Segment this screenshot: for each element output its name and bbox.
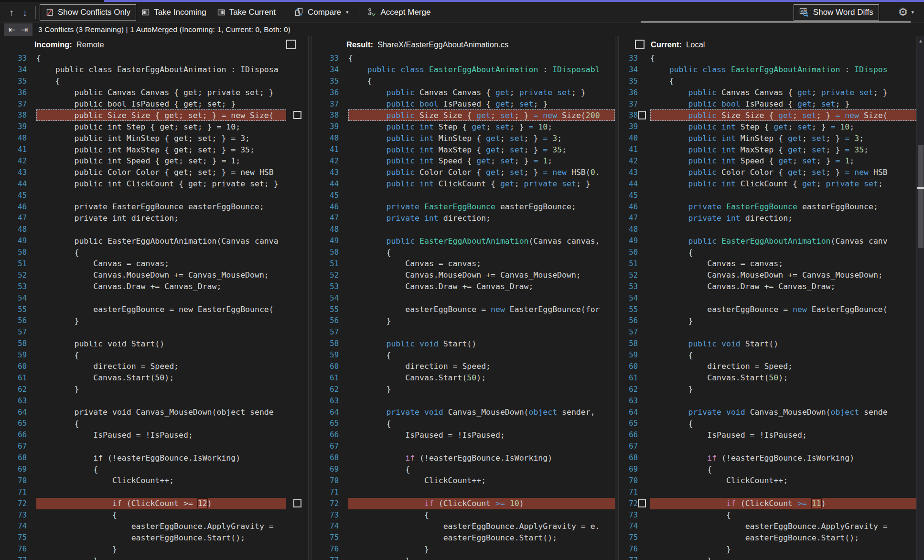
code-line-current-63: 63 xyxy=(619,395,916,407)
scroll-up-arrow-icon[interactable]: ▲ xyxy=(917,38,924,43)
vertical-scrollbar[interactable]: ▲ xyxy=(916,36,924,560)
line-number: 71 xyxy=(623,488,638,496)
code-text xyxy=(348,395,615,407)
code-line-current-57: 57 xyxy=(619,326,916,338)
line-number: 62 xyxy=(6,385,27,394)
compare-button[interactable]: Compare ▾ xyxy=(289,4,354,21)
code-line-result-51: 51 Canvas = canvas; xyxy=(312,258,615,269)
line-number: 64 xyxy=(6,408,27,417)
code-token xyxy=(348,65,367,74)
accept-merge-button[interactable]: Accept Merge xyxy=(362,4,436,21)
code-text: public class EasterEggAboutAnimation : I… xyxy=(36,64,308,75)
code-token: ; } xyxy=(524,145,543,154)
code-token xyxy=(348,145,386,154)
code-token: public int Step { get; set; } = 10; xyxy=(36,122,240,131)
code-line-result-64: 64 private void Canvas_MouseDown(object … xyxy=(312,407,615,418)
focus-underline xyxy=(641,22,911,22)
code-token: ; } xyxy=(835,99,849,108)
code-token: get xyxy=(778,111,793,120)
code-text xyxy=(36,486,308,498)
code-text: { xyxy=(650,75,916,87)
previous-conflict-arrow-button[interactable]: ↑ xyxy=(5,3,18,22)
go-first-conflict-button[interactable]: ⇤ xyxy=(6,25,18,35)
code-line-incoming-60: 60 direction = Speed; xyxy=(0,361,308,372)
code-line-incoming-36: 36 public Canvas Canvas { get; private s… xyxy=(0,87,308,98)
code-token xyxy=(348,237,386,246)
code-token: object xyxy=(831,408,860,417)
code-token xyxy=(348,339,386,348)
line-number: 59 xyxy=(318,351,339,359)
code-text xyxy=(650,441,916,452)
line-number: 68 xyxy=(623,453,638,462)
code-text: private int direction; xyxy=(650,212,916,224)
conflict-line-checkbox[interactable] xyxy=(638,499,646,507)
code-text: direction = Speed; xyxy=(650,361,916,372)
code-text: public Canvas Canvas { get; private set;… xyxy=(650,87,916,98)
go-next-conflict-button[interactable]: ⇥ xyxy=(18,25,31,35)
line-number: 50 xyxy=(623,248,638,257)
line-number: 76 xyxy=(6,545,27,553)
line-number: 53 xyxy=(6,282,27,291)
take-current-button[interactable]: Take Current xyxy=(212,4,281,21)
show-word-diffs-button[interactable]: ab Show Word Diffs xyxy=(794,4,879,21)
code-text: } xyxy=(348,384,615,395)
settings-gear-button[interactable]: ⚙ ▾ xyxy=(893,4,919,21)
code-line-current-52: 52 Canvas.MouseDown += Canvas_MouseDown; xyxy=(619,269,916,281)
code-token: ); xyxy=(476,373,486,382)
current-pane-checkbox[interactable] xyxy=(635,40,645,49)
next-conflict-arrow-button[interactable]: ↓ xyxy=(18,3,32,22)
code-text: public void Start() xyxy=(36,338,308,349)
code-text xyxy=(36,190,308,201)
line-number: 40 xyxy=(318,134,339,142)
conflict-line-checkbox[interactable] xyxy=(638,111,646,119)
code-token: public xyxy=(688,88,721,97)
compare-dropdown-caret-icon[interactable]: ▾ xyxy=(346,9,349,15)
code-token: ; xyxy=(849,122,854,131)
conflict-line-checkbox[interactable] xyxy=(293,499,301,507)
code-token: set xyxy=(821,99,836,108)
conflict-line-checkbox[interactable] xyxy=(293,111,301,119)
code-token: ; } xyxy=(515,111,534,120)
code-token: { xyxy=(348,76,372,86)
line-number: 39 xyxy=(623,122,638,131)
code-token: get xyxy=(476,111,491,120)
line-number: 33 xyxy=(6,54,27,63)
take-incoming-button[interactable]: Take Incoming xyxy=(136,4,212,21)
line-number: 73 xyxy=(6,511,27,519)
pane-splitter[interactable] xyxy=(308,36,312,560)
take-current-label: Take Current xyxy=(229,8,276,17)
code-token: Canvas_MouseDown( xyxy=(448,408,529,417)
incoming-pane-checkbox[interactable] xyxy=(286,40,296,49)
code-line-incoming-45: 45 xyxy=(0,190,308,201)
code-token: ClickCount { xyxy=(439,179,500,188)
scrollbar-thumb[interactable] xyxy=(918,145,924,248)
pane-splitter[interactable] xyxy=(615,36,619,560)
code-line-incoming-65: 65 { xyxy=(0,418,308,430)
line-number: 56 xyxy=(623,316,638,325)
code-text: public int Speed { get; set; } = 1; xyxy=(348,155,615,167)
code-token xyxy=(348,408,386,417)
code-token: { xyxy=(650,419,693,428)
code-text: { xyxy=(650,247,916,258)
code-line-result-72: 72 if (ClickCount >= 10) xyxy=(312,498,615,509)
line-number: 72 xyxy=(6,499,27,508)
code-line-result-49: 49 public EasterEggAboutAnimation(Canvas… xyxy=(312,235,615,247)
code-line-current-50: 50 { xyxy=(619,247,916,258)
line-number: 54 xyxy=(318,294,339,302)
line-number: 55 xyxy=(6,305,27,314)
code-token: Start() xyxy=(443,339,477,348)
code-token xyxy=(348,453,405,463)
code-text: { xyxy=(650,463,916,475)
code-text: Canvas.Draw += Canvas_Draw; xyxy=(36,281,308,292)
code-text: } xyxy=(36,555,308,560)
code-text: { xyxy=(348,418,615,430)
code-token: { xyxy=(650,76,674,86)
code-token: set xyxy=(500,111,515,120)
code-token: get xyxy=(495,88,510,97)
code-line-current-66: 66 IsPaused = !IsPaused; xyxy=(619,429,916,441)
show-conflicts-only-button[interactable]: Show Conflicts Only xyxy=(40,4,136,21)
line-number: 61 xyxy=(623,374,638,382)
code-token: get xyxy=(486,168,500,177)
settings-dropdown-caret-icon[interactable]: ▾ xyxy=(911,9,914,15)
code-token: public xyxy=(386,88,419,97)
